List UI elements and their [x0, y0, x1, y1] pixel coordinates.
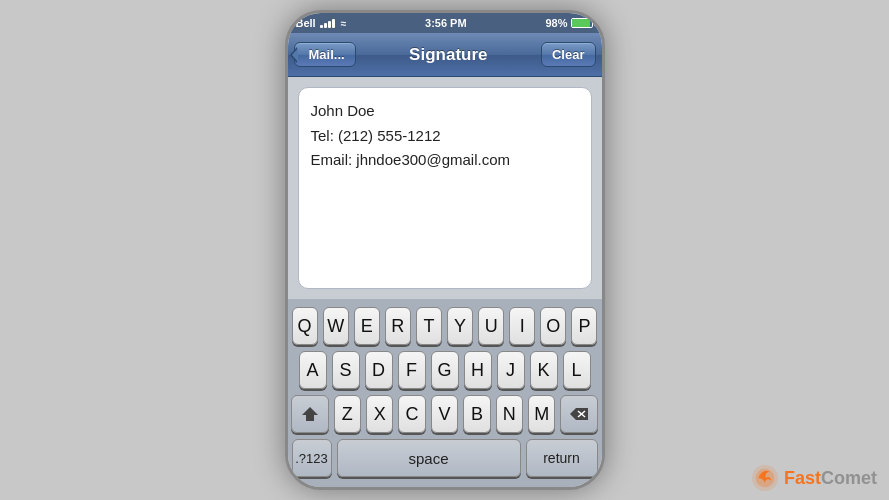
keyboard-row-1: Q W E R T Y U I O P	[292, 307, 598, 345]
signature-line1: John Doe	[311, 100, 579, 123]
key-P[interactable]: P	[571, 307, 597, 345]
keyboard-bottom-row: .?123 space return	[292, 439, 598, 477]
shift-key[interactable]	[291, 395, 328, 433]
key-L[interactable]: L	[563, 351, 591, 389]
phone-frame: Bell ≈ 3:56 PM 98% Mail... Signature Cle…	[285, 10, 605, 490]
key-T[interactable]: T	[416, 307, 442, 345]
status-right: 98%	[545, 17, 593, 29]
keyboard-row-3: Z X C V B N M	[292, 395, 598, 433]
nav-bar: Mail... Signature Clear	[288, 33, 602, 77]
key-U[interactable]: U	[478, 307, 504, 345]
status-left: Bell ≈	[296, 17, 347, 29]
wifi-icon: ≈	[341, 18, 347, 29]
space-key[interactable]: space	[337, 439, 521, 477]
key-H[interactable]: H	[464, 351, 492, 389]
key-K[interactable]: K	[530, 351, 558, 389]
battery-percent: 98%	[545, 17, 567, 29]
return-key[interactable]: return	[526, 439, 598, 477]
fastcomet-logo	[751, 464, 779, 492]
key-I[interactable]: I	[509, 307, 535, 345]
num-key[interactable]: .?123	[292, 439, 332, 477]
key-R[interactable]: R	[385, 307, 411, 345]
back-button[interactable]: Mail...	[294, 42, 356, 67]
key-V[interactable]: V	[431, 395, 458, 433]
signature-line2: Tel: (212) 555-1212	[311, 125, 579, 148]
signature-box[interactable]: John Doe Tel: (212) 555-1212 Email: jhnd…	[298, 87, 592, 289]
key-Z[interactable]: Z	[334, 395, 361, 433]
content-area: John Doe Tel: (212) 555-1212 Email: jhnd…	[288, 77, 602, 299]
key-G[interactable]: G	[431, 351, 459, 389]
key-D[interactable]: D	[365, 351, 393, 389]
battery-icon	[571, 18, 593, 28]
key-W[interactable]: W	[323, 307, 349, 345]
shift-icon	[301, 405, 319, 423]
key-N[interactable]: N	[496, 395, 523, 433]
nav-title: Signature	[409, 45, 487, 65]
key-F[interactable]: F	[398, 351, 426, 389]
carrier-label: Bell	[296, 17, 316, 29]
signal-icon	[320, 18, 335, 28]
key-Q[interactable]: Q	[292, 307, 318, 345]
key-J[interactable]: J	[497, 351, 525, 389]
keyboard-row-2: A S D F G H J K L	[292, 351, 598, 389]
status-bar: Bell ≈ 3:56 PM 98%	[288, 13, 602, 33]
key-A[interactable]: A	[299, 351, 327, 389]
key-Y[interactable]: Y	[447, 307, 473, 345]
key-O[interactable]: O	[540, 307, 566, 345]
svg-marker-0	[302, 407, 318, 421]
keyboard: Q W E R T Y U I O P A S D F G H J K L	[288, 299, 602, 487]
delete-key[interactable]	[560, 395, 597, 433]
key-M[interactable]: M	[528, 395, 555, 433]
watermark: FastComet	[751, 464, 877, 492]
delete-icon	[569, 407, 589, 421]
key-E[interactable]: E	[354, 307, 380, 345]
clear-button[interactable]: Clear	[541, 42, 596, 67]
watermark-text: FastComet	[784, 468, 877, 489]
key-X[interactable]: X	[366, 395, 393, 433]
key-B[interactable]: B	[463, 395, 490, 433]
signature-line3: Email: jhndoe300@gmail.com	[311, 149, 579, 172]
key-S[interactable]: S	[332, 351, 360, 389]
time-label: 3:56 PM	[425, 17, 467, 29]
key-C[interactable]: C	[398, 395, 425, 433]
